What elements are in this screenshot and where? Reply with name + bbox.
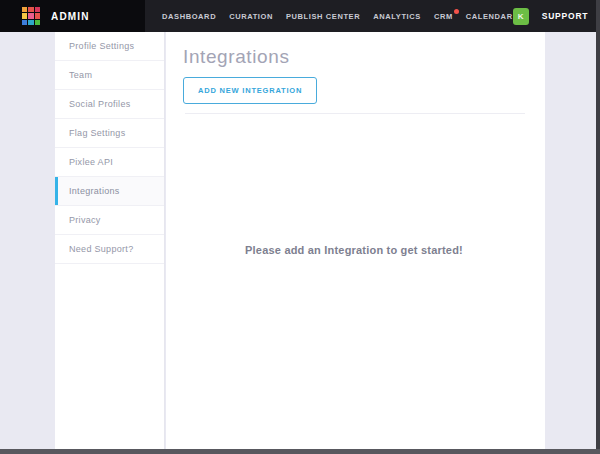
brand-home-link[interactable]: ADMIN [0,0,145,32]
nav-item-analytics[interactable]: ANALYTICS [373,12,421,21]
sidebar-item-integrations[interactable]: Integrations [55,177,164,206]
sidebar-item-label: Profile Settings [69,41,134,51]
sidebar-item-privacy[interactable]: Privacy [55,206,164,235]
logo-tile [28,20,33,25]
primary-nav: DASHBOARD CURATION PUBLISH CENTER ANALYT… [162,0,513,32]
sidebar-item-label: Social Profiles [69,99,131,109]
sidebar-item-pixlee-api[interactable]: Pixlee API [55,148,164,177]
logo-tile [28,13,33,18]
logo-tile [28,7,33,12]
sidebar-item-label: Pixlee API [69,157,113,167]
sidebar-item-label: Flag Settings [69,128,125,138]
logo-tile [22,7,27,12]
sidebar-item-team[interactable]: Team [55,61,164,90]
empty-state-message: Please add an Integration to get started… [183,244,525,256]
chat-widget-badge[interactable]: K [513,8,529,25]
active-item-accent-bar [55,177,58,205]
logo-tile [35,20,40,25]
nav-item-dashboard[interactable]: DASHBOARD [162,12,216,21]
sidebar-item-flag-settings[interactable]: Flag Settings [55,119,164,148]
support-link[interactable]: SUPPORT [542,11,589,21]
nav-item-publish-center[interactable]: PUBLISH CENTER [286,12,360,21]
top-navbar: ADMIN DASHBOARD CURATION PUBLISH CENTER … [0,0,600,32]
integrations-panel: Integrations ADD NEW INTEGRATION Please … [166,32,545,454]
settings-sidebar: Profile Settings Team Social Profiles Fl… [55,32,165,454]
sidebar-item-social-profiles[interactable]: Social Profiles [55,90,164,119]
logo-tile [22,20,27,25]
page-title: Integrations [183,46,525,68]
sidebar-item-label: Team [69,70,92,80]
admin-label: ADMIN [51,11,90,22]
window-right-edge [596,0,600,454]
sidebar-item-label: Privacy [69,215,101,225]
add-new-integration-button[interactable]: ADD NEW INTEGRATION [183,77,317,104]
logo-tile [22,13,27,18]
navbar-right-group: K SUPPORT [513,0,600,32]
nav-item-curation[interactable]: CURATION [229,12,273,21]
logo-tile [35,13,40,18]
sidebar-item-need-support[interactable]: Need Support? [55,235,164,264]
notification-dot-icon [454,9,459,14]
pixlee-logo-icon [22,7,40,25]
sidebar-item-label: Integrations [69,186,120,196]
section-divider [185,113,525,114]
sidebar-item-profile-settings[interactable]: Profile Settings [55,32,164,61]
window-bottom-edge [0,449,600,454]
nav-item-calendar[interactable]: CALENDAR [466,12,513,21]
nav-item-crm[interactable]: CRM [434,12,453,21]
sidebar-item-label: Need Support? [69,244,133,254]
logo-tile [35,7,40,12]
